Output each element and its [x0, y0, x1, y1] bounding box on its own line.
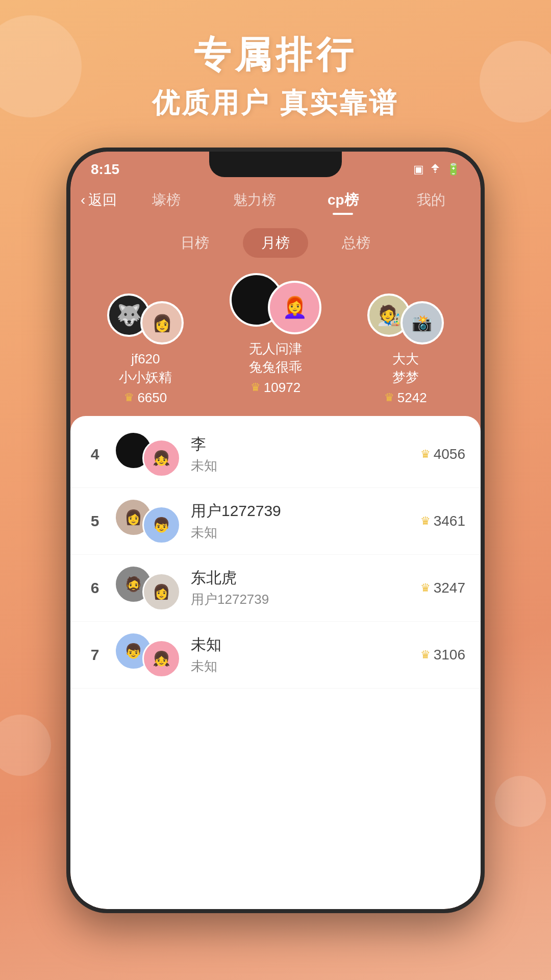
list-score-val-6: 3247 [434, 580, 465, 596]
list-info-5: 用户1272739 未知 [191, 501, 410, 542]
cp-name2-2: 小小妖精 [119, 368, 172, 386]
rank-6: 6 [86, 579, 104, 597]
tab-monthly[interactable]: 月榜 [243, 228, 308, 258]
cp-name1-1: 无人问津 [249, 339, 302, 358]
podium-item-2: 🐺 👩 jf620 小小妖精 ♛ 6650 [86, 293, 206, 406]
cp-name-3: 大大 梦梦 [392, 350, 419, 387]
list-score-7: ♛ 3106 [420, 647, 465, 663]
list-name2-6: 用户1272739 [191, 591, 410, 608]
avatar-pair-4: 👧 [114, 431, 181, 477]
list-name1-6: 东北虎 [191, 568, 410, 589]
back-chevron-icon: ‹ [81, 192, 85, 208]
vibrate-icon: ▣ [413, 163, 424, 176]
tab-charm[interactable]: 魅力榜 [216, 187, 294, 213]
phone-mockup: 8:15 ▣ 🔋 ‹ 返回 壕榜 魅力榜 cp榜 我的 [66, 148, 485, 913]
podium: 🐺 👩 jf620 小小妖精 ♛ 6650 [70, 268, 481, 416]
cp-name-2: jf620 小小妖精 [119, 350, 172, 387]
cp-name2-3: 梦梦 [392, 368, 419, 386]
status-icons: ▣ 🔋 [413, 163, 460, 176]
list-crown-6: ♛ [420, 581, 431, 595]
list-info-6: 东北虎 用户1272739 [191, 568, 410, 608]
avatar-2-right: 👩 [140, 301, 184, 345]
score-value-3: 5242 [397, 390, 427, 406]
nav-tabs: ‹ 返回 壕榜 魅力榜 cp榜 我的 [70, 182, 481, 218]
podium-item-1: 👩‍🦰 无人问津 兔兔很乖 ♛ 10972 [216, 273, 336, 396]
list-name2-7: 未知 [191, 657, 410, 675]
list-item-4[interactable]: 4 👧 李 未知 ♛ 4056 [70, 421, 481, 488]
tab-daily[interactable]: 日榜 [162, 228, 228, 258]
avatar-pair-7: 👦 👧 [114, 632, 181, 678]
crown-icon-2: ♛ [124, 391, 134, 404]
list-score-5: ♛ 3461 [420, 513, 465, 529]
score-value-1: 10972 [264, 380, 300, 396]
back-button[interactable]: ‹ 返回 [81, 190, 117, 210]
list-score-val-5: 3461 [434, 513, 465, 529]
list-name2-4: 未知 [191, 457, 410, 475]
avatar-5-right: 👦 [142, 506, 181, 544]
cp-name-1: 无人问津 兔兔很乖 [249, 339, 302, 377]
bg-circle-3 [0, 715, 51, 776]
list-name1-4: 李 [191, 434, 410, 455]
list-crown-5: ♛ [420, 514, 431, 528]
avatar-pair-2: 🐺 👩 [107, 293, 184, 345]
crown-icon-1: ♛ [251, 381, 261, 394]
status-time: 8:15 [91, 161, 119, 178]
list-info-7: 未知 未知 [191, 634, 410, 675]
list-name1-7: 未知 [191, 634, 410, 655]
list-score-6: ♛ 3247 [420, 580, 465, 596]
tab-mine[interactable]: 我的 [392, 187, 470, 213]
rank-5: 5 [86, 512, 104, 530]
crown-icon-3: ♛ [384, 391, 394, 404]
avatar-6-right: 👩 [142, 573, 181, 611]
avatar-pair-1: 👩‍🦰 [230, 273, 321, 334]
avatar-pair-3: 🧑‍🎨 📸 [367, 293, 444, 345]
tab-total[interactable]: 总榜 [323, 228, 389, 258]
list-score-val-4: 4056 [434, 446, 465, 462]
list-score-4: ♛ 4056 [420, 446, 465, 462]
list-item-5[interactable]: 5 👩 👦 用户1272739 未知 ♛ 3461 [70, 488, 481, 555]
page-header: 专属排行 优质用户 真实靠谱 [152, 0, 398, 122]
avatar-pair-6: 🧔 👩 [114, 565, 181, 611]
cp-score-2: ♛ 6650 [124, 390, 167, 406]
cp-score-1: ♛ 10972 [251, 380, 300, 396]
list-score-val-7: 3106 [434, 647, 465, 663]
bg-circle-2 [480, 41, 551, 122]
bg-circle-4 [495, 776, 546, 827]
avatar-7-right: 👧 [142, 640, 181, 678]
bg-circle-1 [0, 15, 82, 117]
tab-cp[interactable]: cp榜 [304, 187, 382, 213]
avatar-1-right: 👩‍🦰 [268, 281, 321, 334]
phone-notch [209, 152, 342, 177]
back-label: 返回 [88, 190, 117, 210]
avatar-4-right: 👧 [142, 439, 181, 477]
list-name2-5: 未知 [191, 524, 410, 542]
cp-name1-3: 大大 [392, 350, 419, 368]
cp-score-3: ♛ 5242 [384, 390, 427, 406]
phone-screen: 8:15 ▣ 🔋 ‹ 返回 壕榜 魅力榜 cp榜 我的 [70, 152, 481, 909]
list-info-4: 李 未知 [191, 434, 410, 475]
list-section: 4 👧 李 未知 ♛ 4056 5 [70, 416, 481, 909]
cp-name1-2: jf620 [119, 350, 172, 368]
list-name1-5: 用户1272739 [191, 501, 410, 522]
cp-name2-1: 兔兔很乖 [249, 358, 302, 376]
avatar-pair-5: 👩 👦 [114, 498, 181, 544]
list-item-6[interactable]: 6 🧔 👩 东北虎 用户1272739 ♛ 3247 [70, 555, 481, 622]
page-title-main: 专属排行 [152, 31, 398, 80]
avatar-3-right: 📸 [400, 301, 444, 345]
list-crown-4: ♛ [420, 448, 431, 461]
tab-hao[interactable]: 壕榜 [127, 187, 205, 213]
rank-4: 4 [86, 446, 104, 463]
wifi-icon [429, 163, 441, 176]
rank-7: 7 [86, 646, 104, 664]
list-crown-7: ♛ [420, 648, 431, 662]
battery-icon: 🔋 [446, 163, 460, 176]
list-item-7[interactable]: 7 👦 👧 未知 未知 ♛ 3106 [70, 622, 481, 689]
score-value-2: 6650 [137, 390, 167, 406]
page-title-sub: 优质用户 真实靠谱 [152, 85, 398, 122]
period-tabs: 日榜 月榜 总榜 [70, 218, 481, 268]
podium-item-3: 🧑‍🎨 📸 大大 梦梦 ♛ 5242 [345, 293, 465, 406]
